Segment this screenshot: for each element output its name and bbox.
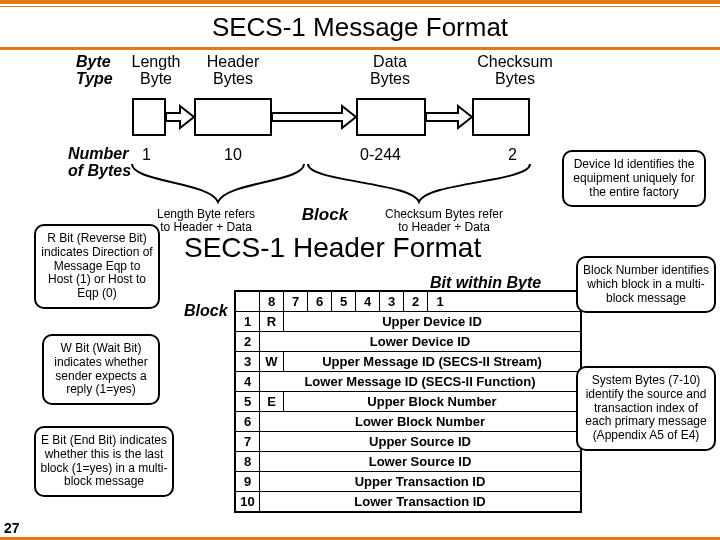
callout-block-number: Block Number identifies which block in a… [576, 256, 716, 313]
callout-e-bit: E Bit (End Bit) indicates whether this i… [34, 426, 174, 497]
checksum-bytes-label: Checksum Bytes [470, 54, 560, 88]
row-index: 7 [236, 432, 260, 451]
bit-col: 2 [404, 292, 428, 311]
svg-marker-2 [426, 106, 472, 128]
table-row: 8Lower Source ID [236, 452, 580, 472]
bit-col: 3 [380, 292, 404, 311]
row-index: 9 [236, 472, 260, 491]
arrow-icon [166, 104, 194, 130]
top-accent-bar [0, 0, 720, 4]
row-desc: Upper Source ID [260, 432, 580, 451]
data-bytes-label: Data Bytes [360, 54, 420, 88]
number-of-bytes-label: Number of Bytes [68, 146, 131, 180]
callout-device-id: Device Id identifies the equipment uniqu… [562, 150, 706, 207]
table-row: 4Lower Message ID (SECS-II Function) [236, 372, 580, 392]
row-desc: Upper Message ID (SECS-II Stream) [284, 352, 580, 371]
table-row: 2Lower Device ID [236, 332, 580, 352]
table-row: 6Lower Block Number [236, 412, 580, 432]
bit-col: 5 [332, 292, 356, 311]
row-index: 5 [236, 392, 260, 411]
row-index: 2 [236, 332, 260, 351]
flag-bit: E [260, 392, 284, 411]
row-index: 4 [236, 372, 260, 391]
callout-w-bit: W Bit (Wait Bit) indicates whether sende… [42, 334, 160, 405]
bit-col: 6 [308, 292, 332, 311]
table-header: 8 7 6 5 4 3 2 1 [236, 292, 580, 312]
note-block: Block [300, 206, 350, 225]
byte-type-label: Byte Type [76, 54, 113, 88]
row-desc: Lower Source ID [260, 452, 580, 471]
length-byte-label: Length Byte [128, 54, 184, 88]
bit-col: 1 [428, 292, 452, 311]
row-desc: Upper Transaction ID [260, 472, 580, 491]
svg-marker-1 [272, 106, 356, 128]
row-desc: Lower Transaction ID [260, 492, 580, 511]
table-row: 7Upper Source ID [236, 432, 580, 452]
slide: SECS-1 Message Format Byte Type Length B… [0, 0, 720, 540]
callout-r-bit: R Bit (Reverse Bit) indicates Direction … [34, 224, 160, 309]
row-desc: Lower Device ID [260, 332, 580, 351]
row-index: 1 [236, 312, 260, 331]
row-desc: Upper Block Number [284, 392, 580, 411]
header-format-table: 8 7 6 5 4 3 2 1 1RUpper Device ID2Lower … [234, 290, 582, 513]
note-length: Length Byte refers to Header + Data [146, 208, 266, 234]
row-index: 6 [236, 412, 260, 431]
row-index: 3 [236, 352, 260, 371]
table-row: 10Lower Transaction ID [236, 492, 580, 511]
table-row: 3WUpper Message ID (SECS-II Stream) [236, 352, 580, 372]
arrow-icon [272, 104, 356, 130]
arrow-icon [426, 104, 472, 130]
table-row: 1RUpper Device ID [236, 312, 580, 332]
block-axis-label: Block [184, 302, 228, 320]
note-checksum: Checksum Bytes refer to Header + Data [374, 208, 514, 234]
row-desc: Lower Block Number [260, 412, 580, 431]
bit-col: 4 [356, 292, 380, 311]
checksum-box [472, 98, 530, 136]
row-desc: Lower Message ID (SECS-II Function) [260, 372, 580, 391]
bit-col: 7 [284, 292, 308, 311]
page-number: 27 [4, 520, 20, 536]
content-area: Byte Type Length Byte Header Bytes Data … [0, 50, 720, 540]
row-desc: Upper Device ID [284, 312, 580, 331]
title-block: SECS-1 Message Format [0, 6, 720, 50]
data-box [356, 98, 426, 136]
brace-left [130, 162, 306, 204]
header-bytes-label: Header Bytes [198, 54, 268, 88]
table-row: 9Upper Transaction ID [236, 472, 580, 492]
row-index: 8 [236, 452, 260, 471]
subheading: SECS-1 Header Format [184, 232, 481, 264]
svg-marker-0 [166, 106, 194, 128]
callout-system-bytes: System Bytes (7-10) identify the source … [576, 366, 716, 451]
row-index: 10 [236, 492, 260, 511]
brace-right [306, 162, 532, 204]
flag-bit: W [260, 352, 284, 371]
header-box [194, 98, 272, 136]
length-box [132, 98, 166, 136]
bit-col: 8 [260, 292, 284, 311]
flag-bit: R [260, 312, 284, 331]
table-row: 5EUpper Block Number [236, 392, 580, 412]
slide-title: SECS-1 Message Format [0, 8, 720, 45]
